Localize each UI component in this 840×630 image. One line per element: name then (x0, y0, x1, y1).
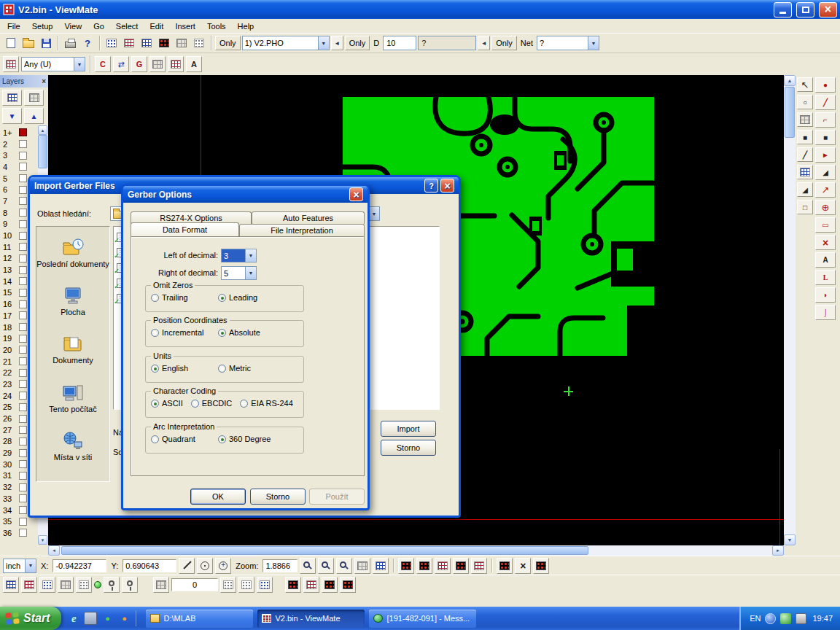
place-documents[interactable]: Dokumenty (36, 335, 109, 365)
print-button[interactable] (62, 35, 78, 51)
minimize-button[interactable] (774, 2, 792, 18)
only-dcode-toggle[interactable]: Only (345, 36, 370, 50)
aperture-pattern-button[interactable] (322, 577, 338, 593)
aperture-pattern-button[interactable] (285, 577, 301, 593)
tray-gray-icon[interactable] (796, 613, 806, 624)
pattern-button[interactable] (58, 577, 74, 593)
hook-tool-button[interactable] (815, 305, 836, 320)
y-coordinate-field[interactable]: 0.690643 (122, 559, 176, 572)
menu-item[interactable]: Insert (169, 20, 201, 32)
layer-color-swatch[interactable] (19, 174, 27, 182)
negative-view-button[interactable] (156, 35, 172, 51)
taskbar-task-message[interactable]: [191-482-091] - Mess... (369, 610, 476, 628)
context-help-button[interactable] (79, 35, 96, 51)
zoom-field[interactable]: 1.8866 (262, 559, 298, 572)
layer-color-swatch[interactable] (19, 128, 27, 136)
menu-item[interactable]: Go (88, 20, 110, 32)
layers-table-button[interactable] (24, 90, 44, 106)
tab-file-interpretation[interactable]: File Interpretation (239, 224, 365, 236)
layer-color-swatch[interactable] (19, 232, 27, 240)
layer-color-swatch[interactable] (19, 380, 27, 388)
close-button[interactable] (819, 2, 837, 18)
cancel-button[interactable]: Storno (250, 489, 306, 505)
aperture-type-combo[interactable]: Any(U) (21, 57, 85, 71)
place-recent-documents[interactable]: Poslední dokumenty (36, 238, 109, 269)
chevron-down-icon[interactable] (245, 267, 256, 279)
grid-button[interactable] (153, 577, 169, 593)
filled-rectangle-tool-button[interactable] (815, 130, 836, 145)
triangle-tool-button[interactable] (797, 182, 813, 197)
units-combo[interactable]: inch (3, 559, 36, 573)
probe-button[interactable] (104, 577, 120, 593)
measure-tool-button[interactable] (179, 558, 195, 574)
dither-view-button[interactable] (191, 35, 207, 51)
zoom-window-button[interactable] (318, 558, 334, 574)
show-desktop-icon[interactable] (84, 612, 97, 625)
layer-color-swatch[interactable] (19, 197, 27, 205)
radio-trailing[interactable]: Trailing (151, 293, 218, 302)
right-of-decimal-combo[interactable]: 5 (221, 266, 257, 280)
layer-color-swatch[interactable] (19, 449, 27, 457)
letter-l-tool-button[interactable] (815, 270, 836, 285)
grid-settings-button[interactable] (354, 558, 370, 574)
pattern-tool-button[interactable] (168, 56, 184, 72)
left-of-decimal-combo[interactable]: 3 (221, 249, 257, 262)
import-button[interactable]: Import (381, 421, 436, 437)
radio-ebcdic[interactable]: EBCDIC (191, 399, 233, 408)
place-my-computer[interactable]: Tento počítač (36, 384, 109, 414)
layer-color-swatch[interactable] (19, 277, 27, 285)
probe-button[interactable] (122, 577, 138, 593)
layer-color-swatch[interactable] (19, 438, 27, 446)
chevron-down-icon[interactable] (74, 58, 85, 71)
center-target-button[interactable] (197, 558, 213, 574)
browser-icon[interactable] (117, 612, 131, 625)
layer-color-swatch[interactable] (19, 209, 27, 217)
ok-button[interactable]: OK (190, 489, 246, 505)
new-file-button[interactable] (3, 35, 19, 51)
radio-english[interactable]: English (151, 364, 218, 373)
close-button[interactable] (349, 187, 363, 201)
radio-absolute[interactable]: Absolute (218, 328, 285, 337)
chevron-down-icon[interactable] (588, 36, 599, 50)
radio-incremental[interactable]: Incremental (151, 328, 218, 337)
layer-color-swatch[interactable] (19, 472, 27, 480)
layer-color-swatch[interactable] (19, 311, 27, 319)
menu-item[interactable]: Select (110, 20, 144, 32)
aperture-pattern-button[interactable] (416, 558, 432, 574)
line-tool-button[interactable] (797, 147, 813, 162)
layer-color-swatch[interactable] (19, 243, 27, 251)
apply-button[interactable]: Použít (309, 489, 365, 505)
restore-button[interactable] (796, 2, 814, 18)
layer-move-down-button[interactable] (2, 108, 22, 124)
aperture-pattern-button[interactable] (453, 558, 469, 574)
menu-item[interactable]: File (1, 20, 26, 32)
polyline-tool-button[interactable] (815, 112, 836, 128)
menu-item[interactable]: Help (232, 20, 260, 32)
aperture-pattern-button[interactable] (435, 558, 451, 574)
swap-arrows-tool-button[interactable] (113, 56, 129, 72)
pattern-button[interactable] (39, 577, 55, 593)
net-select-combo[interactable]: ? (537, 36, 599, 50)
layer-color-swatch[interactable] (19, 266, 27, 274)
layer-move-up-button[interactable] (24, 108, 44, 124)
circle-tool-button[interactable] (797, 95, 813, 109)
grid-tool-button[interactable] (149, 56, 166, 72)
layer-color-swatch[interactable] (19, 403, 27, 411)
layer-color-swatch[interactable] (19, 369, 27, 377)
only-net-toggle[interactable]: Only (491, 36, 517, 50)
aperture-pattern-button[interactable] (471, 558, 487, 574)
chevron-down-icon[interactable] (318, 36, 329, 50)
text-tool-button[interactable] (815, 252, 836, 268)
pattern-button[interactable] (76, 577, 92, 593)
outline-square-tool-button[interactable] (797, 200, 813, 214)
taskbar-task-mlab[interactable]: D:\MLAB (146, 610, 253, 628)
radio-leading[interactable]: Leading (218, 293, 285, 302)
radio-ascii[interactable]: ASCII (151, 399, 183, 408)
delete-tool-button[interactable] (815, 235, 836, 250)
place-network[interactable]: Místa v síti (36, 432, 109, 462)
layer-color-swatch[interactable] (19, 152, 27, 160)
layer-select-combo[interactable]: 1) V2.PHO (242, 36, 330, 50)
layer-color-swatch[interactable] (19, 335, 27, 343)
layer-color-swatch[interactable] (19, 518, 27, 526)
save-file-button[interactable] (38, 35, 54, 51)
